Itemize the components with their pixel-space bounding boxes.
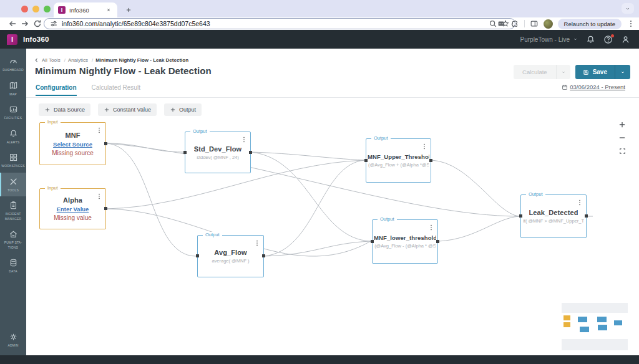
output-port[interactable] [249, 151, 252, 154]
node-std-dev-flow[interactable]: Output Std_Dev_Flow stddev( @MNF , 24) [185, 132, 251, 173]
sidebar-item-admin[interactable]: ADMIN [0, 328, 26, 352]
node-menu-kebab-icon[interactable] [95, 126, 103, 135]
browser-tab[interactable]: I Info360 [54, 2, 117, 17]
sidebar-item-data[interactable]: DATA [0, 254, 26, 278]
input-port[interactable] [371, 240, 374, 243]
main-content: All Tools Analytics Minimum Nightly Flow… [26, 49, 639, 355]
browser-profile-avatar[interactable] [544, 19, 553, 29]
new-tab-button[interactable] [124, 5, 134, 15]
input-port[interactable] [364, 159, 368, 162]
forward-icon[interactable] [20, 19, 30, 29]
minimap-node-avg [580, 327, 589, 332]
node-title: MNF_lower_threshold [374, 234, 436, 241]
pump-station-icon [9, 229, 18, 239]
canvas-zoom-controls [618, 120, 627, 155]
node-formula: if( @MNF > @MNF_Upper_Thr... [523, 218, 584, 224]
info360-logo[interactable]: I [7, 34, 17, 45]
output-port[interactable] [262, 254, 265, 257]
tab-title: Info360 [69, 7, 100, 14]
node-formula: stddev( @MNF , 24) [197, 155, 239, 160]
node-kind-label: Output [190, 128, 210, 134]
node-mnf[interactable]: Input MNF Select Source Missing source [39, 122, 106, 165]
window-zoom-button[interactable] [44, 6, 51, 12]
relaunch-to-update-button[interactable]: Relaunch to update [558, 19, 622, 29]
environment-selector[interactable]: PurpleTown - Live [520, 36, 578, 43]
reload-icon[interactable] [32, 19, 42, 29]
select-source-link[interactable]: Select Source [53, 141, 92, 148]
zoom-out-button[interactable] [618, 133, 627, 142]
extensions-puzzle-icon[interactable] [510, 19, 519, 28]
browser-menu-kebab-icon[interactable] [627, 19, 635, 28]
enter-value-link[interactable]: Enter Value [57, 206, 89, 213]
help-badge-dot [611, 34, 614, 37]
sidebar-item-pump-stations[interactable]: PUMP STA-TIONS [0, 225, 26, 254]
sidebar-item-label: ADMIN [7, 343, 18, 348]
node-mnf-upper-threshold[interactable]: Output MNF_Upper_Threshold (@Avg_Flow + … [366, 138, 431, 183]
node-kind-label: Input [45, 185, 61, 191]
node-title: Leak_Detected [529, 209, 578, 216]
tools-icon [9, 177, 18, 186]
sidebar-spacer [0, 278, 26, 328]
node-menu-kebab-icon[interactable] [427, 223, 435, 232]
url-bar[interactable]: info360.com/analytic/65e89c804e3875dd07c… [44, 18, 515, 29]
fit-to-screen-button[interactable] [618, 146, 627, 155]
node-avg-flow[interactable]: Output Avg_Flow average( @MNF ) [197, 235, 264, 277]
sidebar-item-incident-manager[interactable]: INCIDENT MANAGER [0, 196, 26, 225]
tab-search-chevron-icon[interactable] [622, 3, 634, 14]
output-port[interactable] [436, 240, 439, 243]
input-port[interactable] [519, 214, 522, 218]
tab-close-icon[interactable] [104, 6, 113, 14]
node-leak-detected[interactable]: Output Leak_Detected if( @MNF > @MNF_Upp… [520, 194, 587, 238]
sidebar-item-facilities[interactable]: FACILITIES [0, 100, 26, 125]
node-menu-kebab-icon[interactable] [240, 135, 248, 144]
sidebar-item-label: DATA [9, 269, 17, 274]
window-minimize-button[interactable] [32, 6, 39, 12]
sidebar-item-map[interactable]: MAP [0, 77, 26, 101]
header-right: PurpleTown - Live [520, 35, 639, 44]
minimap-viewport[interactable] [562, 313, 628, 339]
notifications-bell-icon[interactable] [586, 35, 595, 44]
node-menu-kebab-icon[interactable] [576, 198, 583, 207]
edge-lower-leak [439, 216, 519, 241]
sidebar-item-dashboard[interactable]: DASHBOARD [0, 52, 26, 77]
node-kind-label: Output [526, 191, 545, 197]
node-menu-kebab-icon[interactable] [421, 142, 428, 151]
output-port[interactable] [429, 159, 432, 162]
window-close-button[interactable] [21, 6, 28, 12]
minimap-node-lower [598, 325, 607, 330]
output-port[interactable] [104, 207, 107, 210]
input-port[interactable] [196, 254, 199, 257]
output-port[interactable] [104, 142, 107, 145]
sidebar-item-tools[interactable]: TOOLS [0, 173, 26, 197]
back-icon[interactable] [7, 19, 17, 29]
missing-value-text: Missing value [54, 214, 92, 221]
node-menu-kebab-icon[interactable] [95, 192, 103, 201]
output-port[interactable] [585, 214, 588, 218]
browser-extension-icon[interactable] [497, 19, 505, 28]
node-menu-kebab-icon[interactable] [253, 239, 261, 247]
canvas-minimap[interactable] [562, 303, 628, 350]
window-footer-bar [0, 355, 639, 364]
zoom-in-button[interactable] [618, 120, 627, 129]
node-formula: average( @MNF ) [212, 258, 249, 264]
minimap-node-upper [597, 317, 607, 322]
missing-source-text: Missing source [52, 150, 94, 156]
app-header: I Info360 PurpleTown - Live [0, 30, 639, 49]
site-settings-icon[interactable] [49, 19, 58, 28]
sidebar-item-workspaces[interactable]: WORKSPACES [0, 148, 26, 173]
node-alpha[interactable]: Input Alpha Enter Value Missing value [39, 188, 106, 229]
node-kind-label: Output [378, 216, 397, 222]
help-icon[interactable] [603, 35, 613, 44]
incident-clipboard-icon [9, 201, 18, 210]
browser-toolbar-right: Relaunch to update [497, 17, 635, 30]
edge-upper-leak [432, 160, 519, 216]
side-panel-icon[interactable] [530, 19, 539, 28]
input-port[interactable] [183, 151, 187, 154]
edge-mnf-avg [107, 143, 196, 256]
edge-avg-upper [264, 160, 364, 256]
sidebar-item-alerts[interactable]: ALERTS [0, 125, 26, 149]
node-mnf-lower-threshold[interactable]: Output MNF_lower_threshold (@Avg_Flow - … [372, 219, 438, 264]
browser-tabstrip: I Info360 [0, 0, 639, 17]
user-account-icon[interactable] [621, 35, 630, 44]
edge-stddev-lower [251, 152, 371, 241]
